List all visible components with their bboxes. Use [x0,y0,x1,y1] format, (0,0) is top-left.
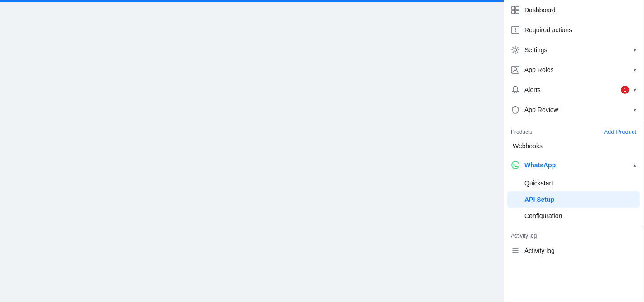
sidebar-item-label: Settings [524,46,629,54]
chevron-down-icon: ▾ [634,107,636,113]
divider [504,122,644,122]
list-icon [511,246,520,255]
review-icon [511,105,520,114]
sidebar: Dashboard Required actions Settings ▾ Ap… [504,0,644,302]
sidebar-item-label: App Roles [524,66,629,73]
top-bar [0,0,504,2]
sidebar-item-whatsapp[interactable]: WhatsApp ▴ [504,155,644,175]
sidebar-item-label: Required actions [524,26,636,34]
sidebar-item-label: Webhooks [511,142,636,150]
sidebar-item-alerts[interactable]: Alerts 1 ▾ [504,80,644,100]
sidebar-item-label: App Review [524,106,629,113]
svg-rect-3 [516,10,519,14]
sidebar-item-required-actions[interactable]: Required actions [504,20,644,40]
svg-point-8 [512,161,519,169]
activity-log-section: Activity log [504,228,644,241]
alerts-icon [511,85,520,94]
svg-rect-2 [512,10,515,14]
divider-2 [504,226,644,226]
add-product-link[interactable]: Add Product [604,128,636,135]
chevron-down-icon: ▾ [634,47,636,53]
sidebar-item-label: Alerts [524,86,616,93]
sidebar-item-app-review[interactable]: App Review ▾ [504,100,644,120]
sidebar-item-settings[interactable]: Settings ▾ [504,40,644,60]
sidebar-subitem-api-setup[interactable]: API Setup [507,191,640,208]
sidebar-item-label: Dashboard [524,6,636,14]
products-section: Products Add Product [504,124,644,137]
products-label: Products [511,129,532,135]
sidebar-item-activity-log[interactable]: Activity log [504,241,644,261]
approles-icon [511,65,520,74]
sidebar-item-label: WhatsApp [524,161,629,169]
alerts-badge: 1 [621,86,629,94]
sidebar-item-webhooks[interactable]: Webhooks [504,137,644,155]
chevron-down-icon: ▾ [634,67,636,73]
sidebar-subitem-quickstart[interactable]: Quickstart [504,175,644,191]
svg-rect-1 [516,6,519,10]
required-icon [511,25,520,34]
chevron-up-icon: ▴ [634,162,636,168]
sidebar-subitem-configuration[interactable]: Configuration [504,208,644,224]
whatsapp-icon [511,161,520,170]
sidebar-item-app-roles[interactable]: App Roles ▾ [504,60,644,80]
settings-icon [511,45,520,54]
sidebar-item-dashboard[interactable]: Dashboard [504,0,644,20]
svg-point-5 [514,49,517,51]
sidebar-item-label: Activity log [524,247,636,254]
activity-log-section-label: Activity log [511,233,537,239]
chevron-down-icon: ▾ [634,87,636,93]
svg-point-7 [514,68,517,70]
grid-icon [511,5,520,15]
svg-rect-0 [512,6,515,10]
